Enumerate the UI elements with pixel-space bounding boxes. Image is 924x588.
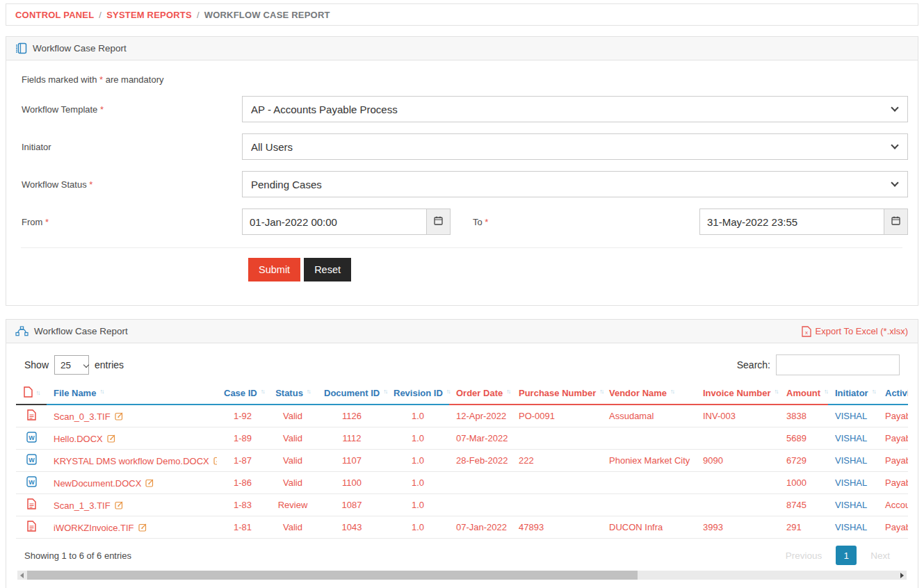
- table-row: WNewDocument.DOCX1-86Valid11001.01000VIS…: [16, 472, 908, 494]
- to-date-input[interactable]: [700, 209, 884, 234]
- cell-revision-id: 1.0: [387, 472, 449, 494]
- file-icon: [24, 386, 33, 398]
- note-icon[interactable]: [115, 500, 124, 509]
- column-header-revision-id[interactable]: Revision ID↑↓: [387, 384, 449, 405]
- from-date-input[interactable]: [243, 209, 426, 234]
- cell-order-date: [449, 494, 512, 516]
- file-name-link[interactable]: Scan_0_3.TIF: [54, 411, 111, 422]
- column-header-status[interactable]: Status↑↓: [268, 384, 317, 405]
- cell-vendor-name: [602, 494, 696, 516]
- sort-icon: ↑↓: [383, 388, 387, 395]
- table-header-row: ↑↓File Name↑↓Case ID↑↓Status↑↓Document I…: [16, 384, 908, 405]
- cell-revision-id: 1.0: [387, 405, 449, 427]
- workflow-report-results-panel: Workflow Case Report x Export To Excel (…: [6, 319, 918, 588]
- cell-status: Valid: [268, 472, 317, 494]
- cell-order-date: 28-Feb-2022: [449, 450, 512, 472]
- cell-initiator: VISHAL: [828, 516, 878, 539]
- cell-status: Valid: [268, 405, 317, 427]
- note-icon[interactable]: [107, 434, 116, 443]
- cell-status: Review: [268, 494, 317, 516]
- note-icon[interactable]: [213, 456, 217, 465]
- form-divider: [21, 247, 902, 248]
- cell-purchase-number: 222: [512, 450, 602, 472]
- column-header-amount[interactable]: Amount↑↓: [779, 384, 828, 405]
- pagination: Previous 1 Next: [776, 546, 900, 565]
- sort-icon: ↑↓: [99, 388, 103, 395]
- workflow-status-select[interactable]: Pending Cases: [242, 171, 908, 197]
- scroll-left-arrow-icon[interactable]: [20, 573, 24, 578]
- workflow-template-select[interactable]: AP - Accounts Payable Process: [242, 96, 908, 122]
- form-panel-header: Workflow Case Report: [6, 37, 918, 60]
- initiator-select[interactable]: All Users: [242, 133, 908, 160]
- horizontal-scrollbar[interactable]: [17, 571, 907, 580]
- file-name-link[interactable]: KRYSTAL DMS workflow Demo.DOCX: [54, 456, 209, 466]
- cell-icon: W: [16, 450, 47, 472]
- file-name-link[interactable]: Scan_1_3.TIF: [54, 500, 111, 511]
- next-page-button[interactable]: Next: [861, 550, 900, 561]
- cell-purchase-number: [512, 427, 602, 450]
- column-header-order-date[interactable]: Order Date↑↓: [449, 384, 512, 405]
- breadcrumb-system-reports[interactable]: SYSTEM REPORTS: [106, 10, 192, 20]
- note-icon[interactable]: [145, 478, 154, 487]
- scroll-right-arrow-icon[interactable]: [900, 573, 904, 578]
- scrollbar-thumb[interactable]: [27, 571, 638, 580]
- cell-initiator: VISHAL: [828, 450, 878, 472]
- to-calendar-button[interactable]: [884, 209, 907, 234]
- calendar-icon: [891, 216, 900, 227]
- cell-revision-id: 1.0: [387, 427, 449, 450]
- note-icon[interactable]: [138, 523, 147, 532]
- breadcrumb-separator: /: [99, 10, 102, 20]
- column-header-initiator[interactable]: Initiator↑↓: [828, 384, 878, 405]
- cell-order-date: 07-Mar-2022: [449, 427, 512, 450]
- breadcrumb-control-panel[interactable]: CONTROL PANEL: [15, 10, 94, 20]
- form-body: Fields marked with * are mandatory Workf…: [6, 60, 918, 305]
- cell-file-name: Scan_0_3.TIF: [47, 405, 217, 427]
- date-range-row: From * To *: [15, 209, 908, 235]
- sort-icon: ↑↓: [872, 388, 875, 395]
- cell-invoice-number: 9090: [696, 450, 779, 472]
- cell-document-id: 1126: [317, 405, 387, 427]
- cell-amount: 3838: [779, 405, 828, 427]
- sort-icon: ↑↓: [775, 388, 778, 395]
- column-header-document-id[interactable]: Document ID↑↓: [317, 384, 387, 405]
- column-header-file-name[interactable]: File Name↑↓: [47, 384, 217, 405]
- table-controls-row: Show 25 entries Search:: [24, 354, 900, 375]
- form-buttons-row: Submit Reset: [15, 258, 908, 281]
- table-row: WKRYSTAL DMS workflow Demo.DOCX1-87Valid…: [16, 450, 908, 472]
- cell-invoice-number: INV-003: [696, 405, 779, 427]
- note-icon[interactable]: [115, 411, 124, 420]
- file-name-link[interactable]: NewDocument.DOCX: [54, 478, 141, 489]
- page-size-select[interactable]: 25: [54, 355, 89, 375]
- from-calendar-button[interactable]: [426, 209, 450, 234]
- cell-initiator: VISHAL: [828, 494, 878, 516]
- cell-amount: 5689: [779, 427, 828, 450]
- reset-button[interactable]: Reset: [304, 258, 351, 281]
- column-header-vendor-name[interactable]: Vendor Name↑↓: [602, 384, 696, 405]
- export-to-excel-link[interactable]: x Export To Excel (*.xlsx): [802, 326, 908, 337]
- cell-initiator: VISHAL: [828, 427, 878, 450]
- sort-icon: ↑↓: [307, 388, 310, 395]
- cell-invoice-number: [696, 427, 779, 450]
- search-input[interactable]: [776, 354, 900, 375]
- excel-file-icon: x: [802, 326, 811, 337]
- file-name-link[interactable]: iWORKZInvoice.TIF: [54, 523, 134, 533]
- calendar-icon: [434, 216, 443, 227]
- cell-activity: Payable: [878, 427, 908, 450]
- cell-activity: Payable: [878, 450, 908, 472]
- initiator-label: Initiator: [15, 142, 242, 152]
- column-header-purchase-number[interactable]: Purchase Number↑↓: [512, 384, 602, 405]
- previous-page-button[interactable]: Previous: [776, 550, 832, 561]
- cell-purchase-number: [512, 494, 602, 516]
- column-header-activity[interactable]: Activity Name↑↓: [878, 384, 908, 405]
- column-header-invoice-number[interactable]: Invoice Number↑↓: [696, 384, 779, 405]
- cell-status: Valid: [268, 516, 317, 539]
- sort-icon: ↑↓: [824, 388, 827, 395]
- submit-button[interactable]: Submit: [248, 258, 300, 281]
- column-header-case-id[interactable]: Case ID↑↓: [217, 384, 268, 405]
- table-row: WHello.DOCX1-89Valid11121.007-Mar-202256…: [16, 427, 908, 450]
- page-1-button[interactable]: 1: [836, 546, 857, 565]
- file-name-link[interactable]: Hello.DOCX: [54, 434, 103, 444]
- form-panel-title: Workflow Case Report: [33, 43, 127, 54]
- workflow-icon: [15, 326, 29, 336]
- column-header-file-icon[interactable]: ↑↓: [16, 384, 47, 405]
